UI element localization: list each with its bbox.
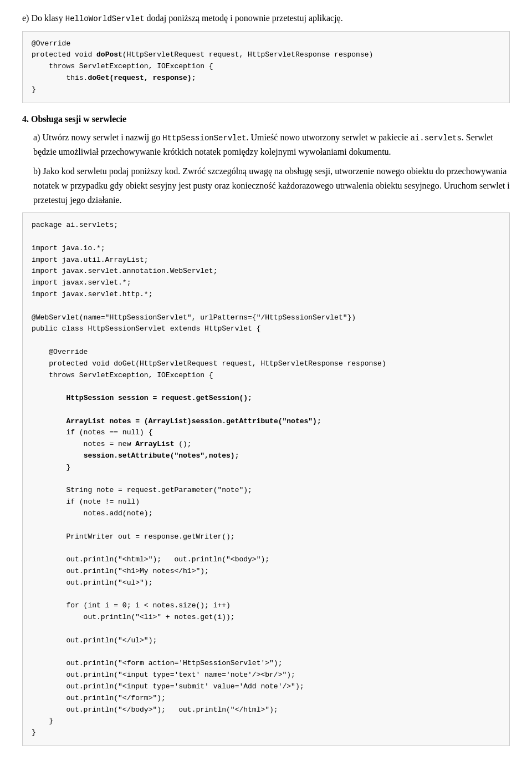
code-line-this: this.doGet(request, response); — [32, 74, 196, 82]
code2-imports: import java.io.*; import java.util.Array… — [32, 244, 217, 298]
code-line-brace1: } — [32, 85, 36, 94]
code2-annotation: @WebServlet(name="HttpSessionServlet", u… — [32, 313, 386, 737]
code-block-2: package ai.servlets; import java.io.*; i… — [22, 212, 510, 746]
subsection-a-classname: HttpSessionServlet — [162, 134, 246, 143]
subsection-a: a) Utwórz nowy serwlet i nazwij go HttpS… — [33, 130, 510, 159]
subsection-a-package: ai.servlets — [410, 134, 461, 143]
section-4-title: 4. Obsługa sesji w serwlecie — [22, 112, 510, 126]
code-line-protected: protected void doPost(HttpServletRequest… — [32, 50, 373, 59]
code2-package: package ai.servlets; — [32, 221, 118, 229]
intro-paragraph: e) Do klasy HelloWorldServlet dodaj poni… — [22, 11, 510, 26]
subsection-b: b) Jako kod serwletu podaj poniższy kod.… — [33, 164, 510, 207]
code-line-throws1: throws ServletException, IOException { — [32, 62, 213, 70]
intro-classname: HelloWorldServlet — [65, 14, 145, 23]
code-block-1: @Override protected void doPost(HttpServ… — [22, 31, 510, 103]
code-line-override1: @Override — [32, 39, 70, 48]
